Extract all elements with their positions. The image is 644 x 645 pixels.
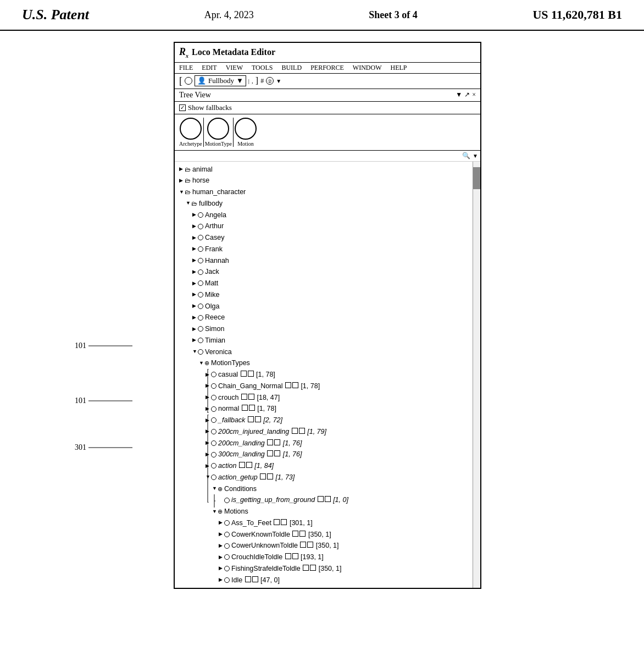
show-fallbacks-checkbox[interactable]: ✓ — [179, 104, 186, 111]
tree-item-cower-unknown[interactable]: ▶ CowerUnknownToldle [350, 1] — [175, 540, 480, 552]
tree-item-casual[interactable]: ▶ casual [1, 78] — [175, 369, 480, 381]
menu-file[interactable]: FILE — [179, 64, 193, 72]
menu-view[interactable]: VIEW — [226, 64, 243, 72]
tree-item-action[interactable]: ▶ action [1, 84] — [175, 460, 480, 472]
toolbar-arrow-down: ▼ — [276, 78, 281, 84]
tree-item-idle[interactable]: ▶ Idle [47, 0] — [175, 575, 480, 586]
toolbar-bracket-right: ] — [256, 76, 258, 86]
tree-item-mike[interactable]: ▶ Mike — [175, 289, 480, 301]
tree-item-horse[interactable]: ▶ 🗁 horse — [175, 175, 480, 186]
main-content: 101 101 301 Rx Loco Metadata Editor — [0, 31, 644, 600]
node-circle — [211, 440, 216, 446]
item-label-motiontypes: MotionTypes — [211, 358, 250, 368]
tree-item-simon[interactable]: ▶ Simon — [175, 323, 480, 335]
tree-item-fishing-strafeldle[interactable]: ▶ FishingStrafeldleToldle [350, 1] — [175, 563, 480, 575]
tree-item-crouch-idle[interactable]: ▶ CrouchIdleToldle [193, 1] — [175, 552, 480, 563]
scrollbar[interactable] — [473, 162, 480, 588]
tree-item-action-getup[interactable]: ▼ action_getup [1, 73] — [175, 472, 480, 483]
motion-circle — [235, 118, 257, 140]
toolbar-dropdown[interactable]: 👤 Fullbody ▼ — [195, 75, 246, 86]
tree-item-motions[interactable]: ▼ ⊕ Motions — [175, 506, 480, 517]
tree-item-hannah[interactable]: ▶ Hannah — [175, 255, 480, 267]
folder-icon: 🗁 — [185, 188, 191, 197]
menu-bar: FILE EDIT VIEW TOOLS BUILD PERFORCE WIND… — [175, 63, 480, 74]
expand-arrow: ▶ — [206, 394, 210, 401]
expand-arrow: ▶ — [192, 268, 197, 276]
scrollbar-thumb[interactable] — [473, 167, 480, 189]
expand-arrow: ▶ — [206, 439, 210, 447]
search-icon[interactable]: 🔍 — [462, 152, 470, 160]
tree-item-angela[interactable]: ▶ Angela — [175, 210, 480, 221]
item-label-arthur: Arthur — [205, 221, 224, 231]
motion-label: Motion — [237, 141, 253, 147]
search-bar: 🔍 ▼ — [175, 151, 480, 162]
menu-build[interactable]: BUILD — [281, 64, 302, 72]
toolbar-circle2[interactable]: ② — [266, 77, 274, 85]
node-circle — [224, 577, 230, 583]
menu-tools[interactable]: TOOLS — [252, 64, 273, 72]
tree-item-arthur[interactable]: ▶ Arthur — [175, 220, 480, 232]
tree-item-normal[interactable]: ▶ normal [1, 78] — [175, 403, 480, 415]
tree-item-fullbody[interactable]: ▼ 🗁 fullbody — [175, 198, 480, 210]
panel-ctrl-close[interactable]: × — [472, 91, 476, 99]
expand-arrow: ▶ — [192, 211, 197, 219]
node-circle — [198, 326, 203, 332]
tree-item-motiontypes[interactable]: ▼ ⊕ MotionTypes — [175, 357, 480, 369]
toolbar: [ 👤 Fullbody ▼ | , ] # ② ▼ — [175, 74, 480, 89]
tree-item-timian[interactable]: ▶ Timian — [175, 335, 480, 346]
menu-edit[interactable]: EDIT — [202, 64, 216, 72]
toolbar-circle[interactable] — [185, 77, 192, 85]
tree-item-jack[interactable]: ▶ Jack — [175, 266, 480, 278]
annotation-101-top: 101 — [75, 341, 135, 350]
patent-number: US 11,620,781 B1 — [532, 8, 622, 22]
tree-item-cower-known[interactable]: ▶ CowerKnownToldle [350, 1] — [175, 529, 480, 541]
search-dropdown-arrow[interactable]: ▼ — [473, 153, 478, 159]
menu-perforce[interactable]: PERFORCE — [310, 64, 344, 72]
node-circle — [198, 212, 203, 218]
tree-item-animal[interactable]: ▶ 🗁 animal — [175, 164, 480, 175]
panel-ctrl-arrow[interactable]: ▼ — [456, 91, 462, 99]
tree-item-frank[interactable]: ▶ Frank — [175, 244, 480, 255]
tree-item-chain-gang-normal[interactable]: ▶ Chain_Gang_Normal [1, 78] — [175, 381, 480, 392]
tree-item-ass-to-feet[interactable]: ▶ Ass_To_Feet [301, 1] — [175, 517, 480, 529]
node-circle — [211, 452, 216, 457]
menu-window[interactable]: WINDOW — [353, 64, 382, 72]
item-label-200cm-landing: 200cm_landing [1, 76] — [218, 438, 302, 449]
tree-item-fallback[interactable]: ▶ _fallback [2, 72] — [175, 415, 480, 426]
icon-motion[interactable]: Motion — [235, 118, 257, 147]
expand-arrow: ▶ — [206, 462, 210, 470]
title-bar: Rx Loco Metadata Editor — [175, 43, 480, 63]
tree-item-is-getting-up[interactable]: is_getting_up_from_ground [1, 0] — [175, 494, 480, 506]
bracket-group-1: ▶ casual [1, 78] ▶ Chain_Gang_Normal [1,… — [175, 369, 480, 415]
node-circle — [198, 338, 203, 343]
item-label-300cm-landing: 300cm_landing [1, 76] — [218, 449, 302, 460]
menu-help[interactable]: HELP — [390, 64, 407, 72]
tree-item-veronica[interactable]: ▼ Veronica — [175, 346, 480, 358]
patent-date: Apr. 4, 2023 — [204, 9, 254, 21]
tree-item-conditions[interactable]: ▼ ⊕ Conditions — [175, 483, 480, 495]
tree-item-300cm-landing[interactable]: ▶ 300cm_landing [1, 76] — [175, 449, 480, 460]
archetype-label: Archetype — [179, 141, 202, 147]
icon-archetype[interactable]: Archetype — [179, 118, 202, 147]
toolbar-dropdown-arrow: ▼ — [236, 76, 243, 85]
at-icon: ⊕ — [218, 507, 223, 516]
tree-item-olga[interactable]: ▶ Olga — [175, 301, 480, 312]
item-label-simon: Simon — [205, 324, 224, 334]
tree-item-crouch[interactable]: ▶ crouch [18, 47] — [175, 392, 480, 404]
tree-content[interactable]: ▶ 🗁 animal ▶ 🗁 horse ▼ 🗁 human_character — [175, 162, 480, 588]
tree-item-200cm-injured-landing[interactable]: ▶ 200cm_injured_landing [1, 79] — [175, 426, 480, 438]
tree-item-casey[interactable]: ▶ Casey — [175, 232, 480, 244]
tree-item-matt[interactable]: ▶ Matt — [175, 278, 480, 289]
item-label-crouch: crouch [18, 47] — [218, 393, 280, 403]
app-window: Rx Loco Metadata Editor FILE EDIT VIEW T… — [174, 42, 481, 589]
expand-arrow: ▶ — [192, 280, 197, 288]
node-circle — [211, 463, 216, 468]
item-label-casey: Casey — [205, 233, 224, 243]
tree-item-reece[interactable]: ▶ Reece — [175, 312, 480, 323]
tree-item-200cm-landing[interactable]: ▶ 200cm_landing [1, 76] — [175, 438, 480, 449]
item-label-reece: Reece — [205, 312, 225, 323]
panel-ctrl-dock[interactable]: ↗ — [464, 91, 470, 99]
expand-arrow: ▶ — [206, 382, 210, 390]
tree-item-human-character[interactable]: ▼ 🗁 human_character — [175, 186, 480, 198]
icon-motiontype[interactable]: MotionType — [205, 118, 232, 147]
